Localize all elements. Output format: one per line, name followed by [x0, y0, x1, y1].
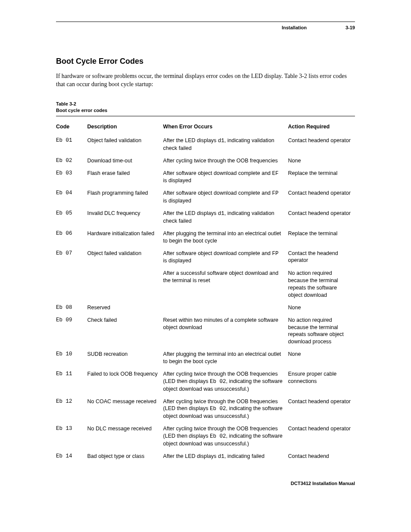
- cell-code: Eb 12: [56, 395, 87, 423]
- table-row: Eb 07Object failed validationAfter softw…: [56, 247, 355, 268]
- table-row: Eb 08ReservedNone: [56, 302, 355, 314]
- table-label-number: Table 3-2: [56, 101, 355, 107]
- cell-code: Eb 02: [56, 155, 87, 167]
- table-rule: [56, 116, 355, 116]
- inline-code: Eb 02: [210, 379, 226, 385]
- cell-action: None: [288, 302, 355, 314]
- cell-code: Eb 09: [56, 314, 87, 348]
- cell-action: Contact headend operator: [288, 187, 355, 207]
- table-row: Eb 12No COAC message receivedAfter cycli…: [56, 395, 355, 423]
- table-row: Eb 14Bad object type or classAfter the L…: [56, 450, 355, 463]
- header-rule: [56, 22, 355, 22]
- cell-action: No action required because the terminal …: [288, 314, 355, 348]
- cell-when: [163, 302, 288, 314]
- cell-code: Eb 08: [56, 302, 87, 314]
- cell-action: Contact headend operator: [288, 134, 355, 155]
- cell-when: After software object download complete …: [163, 187, 288, 207]
- cell-description: Flash programming failed: [87, 187, 163, 207]
- cell-description: SUDB recreation: [87, 348, 163, 368]
- col-header-when: When Error Occurs: [163, 121, 288, 134]
- inline-code: Eb 02: [210, 433, 226, 439]
- cell-code: Eb 11: [56, 368, 87, 395]
- inline-code: d1: [218, 138, 224, 144]
- inline-code: d1: [218, 211, 224, 217]
- cell-when: After cycling twice through the OOB freq…: [163, 395, 288, 423]
- table-row: Eb 04Flash programming failedAfter softw…: [56, 187, 355, 207]
- cell-description: No DLC message received: [87, 423, 163, 450]
- cell-description: Failed to lock OOB frequency: [87, 368, 163, 395]
- cell-when: Reset within two minutes of a complete s…: [163, 314, 288, 348]
- cell-description: Object failed validation: [87, 247, 163, 268]
- cell-description: Invalid DLC frequency: [87, 207, 163, 227]
- cell-action: None: [288, 348, 355, 368]
- cell-description: Flash erase failed: [87, 167, 163, 187]
- cell-action: Contact headend operator: [288, 423, 355, 450]
- error-codes-table: Code Description When Error Occurs Actio…: [56, 121, 355, 463]
- col-header-code: Code: [56, 121, 87, 134]
- cell-when: After the LED displays d1, indicating va…: [163, 207, 288, 227]
- header-section: Installation: [282, 25, 307, 31]
- cell-when: After cycling twice through the OOB freq…: [163, 423, 288, 450]
- cell-when: After a successful software object downl…: [163, 267, 288, 302]
- col-header-action: Action Required: [288, 121, 355, 134]
- cell-action: Replace the terminal: [288, 227, 355, 247]
- header-page-number: 3-19: [346, 25, 355, 31]
- cell-code: Eb 06: [56, 227, 87, 247]
- cell-when: After the LED displays d1, indicating va…: [163, 134, 288, 155]
- cell-description: Bad object type or class: [87, 450, 163, 463]
- table-row: Eb 09Check failedReset within two minute…: [56, 314, 355, 348]
- footer-text: DCT3412 Installation Manual: [56, 480, 355, 486]
- table-row: Eb 06Hardware initialization failedAfter…: [56, 227, 355, 247]
- cell-action: None: [288, 155, 355, 167]
- cell-description: Object failed validation: [87, 134, 163, 155]
- cell-code: [56, 267, 87, 302]
- cell-code: Eb 07: [56, 247, 87, 268]
- cell-when: After cycling twice through the OOB freq…: [163, 368, 288, 395]
- cell-code: Eb 13: [56, 423, 87, 450]
- table-row: Eb 10SUDB recreationAfter plugging the t…: [56, 348, 355, 368]
- table-header-row: Code Description When Error Occurs Actio…: [56, 121, 355, 134]
- cell-when: After plugging the terminal into an elec…: [163, 348, 288, 368]
- cell-code: Eb 10: [56, 348, 87, 368]
- page-header: Installation 3-19: [56, 25, 355, 31]
- cell-action: Contact headend operator: [288, 207, 355, 227]
- cell-when: After software object download complete …: [163, 167, 288, 187]
- table-label-title: Boot cycle error codes: [56, 107, 355, 114]
- inline-code: FP: [272, 190, 279, 196]
- table-row: Eb 01Object failed validationAfter the L…: [56, 134, 355, 155]
- cell-description: Check failed: [87, 314, 163, 348]
- inline-code: Eb 02: [210, 406, 226, 412]
- cell-description: Hardware initialization failed: [87, 227, 163, 247]
- table-label: Table 3-2 Boot cycle error codes: [56, 101, 355, 114]
- cell-action: Replace the terminal: [288, 167, 355, 187]
- cell-description: No COAC message received: [87, 395, 163, 423]
- cell-action: Ensure proper cable connections: [288, 368, 355, 395]
- cell-when: After the LED displays d1, indicating fa…: [163, 450, 288, 463]
- inline-code: EF: [272, 171, 279, 177]
- cell-code: Eb 05: [56, 207, 87, 227]
- table-body: Eb 01Object failed validationAfter the L…: [56, 134, 355, 463]
- cell-action: No action required because the terminal …: [288, 267, 355, 302]
- cell-code: Eb 14: [56, 450, 87, 463]
- table-row: Eb 11Failed to lock OOB frequencyAfter c…: [56, 368, 355, 395]
- cell-code: Eb 03: [56, 167, 87, 187]
- cell-action: Contact headend operator: [288, 395, 355, 423]
- cell-when: After software object download complete …: [163, 247, 288, 268]
- inline-code: d1: [218, 454, 224, 460]
- cell-when: After cycling twice through the OOB freq…: [163, 155, 288, 167]
- cell-description: Reserved: [87, 302, 163, 314]
- cell-when: After plugging the terminal into an elec…: [163, 227, 288, 247]
- cell-action: Contact the headend operator: [288, 247, 355, 268]
- cell-code: Eb 01: [56, 134, 87, 155]
- table-row: Eb 05Invalid DLC frequencyAfter the LED …: [56, 207, 355, 227]
- intro-paragraph: If hardware or software problems occur, …: [56, 72, 355, 89]
- cell-description: [87, 267, 163, 302]
- table-row: After a successful software object downl…: [56, 267, 355, 302]
- table-row: Eb 02Download time-outAfter cycling twic…: [56, 155, 355, 167]
- table-row: Eb 03Flash erase failedAfter software ob…: [56, 167, 355, 187]
- cell-code: Eb 04: [56, 187, 87, 207]
- table-row: Eb 13No DLC message receivedAfter cyclin…: [56, 423, 355, 450]
- cell-description: Download time-out: [87, 155, 163, 167]
- inline-code: FP: [272, 251, 279, 257]
- cell-action: Contact headend: [288, 450, 355, 463]
